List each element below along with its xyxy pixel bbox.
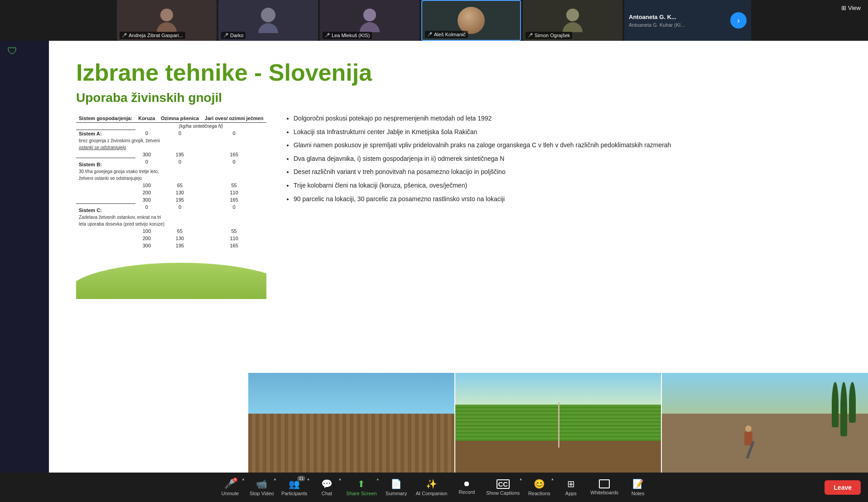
sistem-c-header: Sistem C: xyxy=(76,203,135,214)
ai-companion-button[interactable]: ✨ AI Companion xyxy=(412,473,451,502)
participant-name-darko: 🎤 Darko xyxy=(221,32,246,39)
share-screen-label: Share Screen xyxy=(346,491,376,496)
captions-label: Show Captions xyxy=(486,490,520,496)
mic-muted-icon: 🎤 xyxy=(427,32,432,37)
reactions-button[interactable]: 😊 ▲ Reactions xyxy=(523,473,555,502)
bullet-2: Lokaciji sta Infrastrukturni center Jabl… xyxy=(294,128,841,137)
unmute-label: Unmute xyxy=(222,491,239,496)
mic-muted-icon: 🎤 xyxy=(223,33,228,38)
captions-icon: CC xyxy=(497,479,510,489)
chat-icon: 💬 xyxy=(321,478,333,489)
captions-chevron[interactable]: ▲ xyxy=(519,477,522,481)
bullet-6: Trije kolobarni členi na lokaciji (koruz… xyxy=(294,181,841,190)
participant-thumb-andreja[interactable]: 🎤 Andreja Zibrat Gaspari... xyxy=(117,0,217,41)
person-silhouette xyxy=(258,8,278,33)
summary-button[interactable]: 📄 Summary xyxy=(381,473,412,502)
participant-name-antoaneta: Antoaneta G. K... xyxy=(629,14,685,20)
bullet-list: Dolgoročni poskusi potekajo po nespremen… xyxy=(285,114,841,203)
bullet-3: Glavni namen poskusov je spremljati vpli… xyxy=(294,141,841,150)
table-header-oves: Jari oves/ ozimni ječmen xyxy=(202,114,266,123)
leave-button[interactable]: Leave xyxy=(825,480,861,495)
record-icon: ⏺ xyxy=(463,480,470,488)
chat-chevron[interactable]: ▲ xyxy=(338,477,342,481)
apps-icon: ⊞ xyxy=(567,478,575,489)
bullet-7: 90 parcelic na lokaciji, 30 parcelic za … xyxy=(294,195,841,204)
mic-muted-icon: 🎤 xyxy=(528,33,533,38)
toolbar: 🎤 ✕ ▲ Unmute 📹 ▲ Stop Video 👥 21 ▲ Parti… xyxy=(0,473,868,502)
sistem-a-desc2: ostanki se odstranjujejo xyxy=(76,144,266,151)
slide-area: Izbrane tehnike - Slovenija Uporaba živi… xyxy=(49,41,868,473)
slide-bullets: Dolgoročni poskusi potekajo po nespremen… xyxy=(285,114,841,299)
reactions-chevron[interactable]: ▲ xyxy=(550,477,554,481)
share-screen-icon: ⬆ xyxy=(357,478,365,489)
slide-title: Izbrane tehnike - Slovenija xyxy=(76,59,841,86)
participant-name-lea: 🎤 Lea Mlekuš (KIS) xyxy=(323,32,372,39)
sistem-a-header: Sistem A: xyxy=(76,130,135,137)
participant-name-andreja: 🎤 Andreja Zibrat Gaspari... xyxy=(120,32,185,39)
participants-chevron[interactable]: ▲ xyxy=(306,477,310,481)
reactions-label: Reactions xyxy=(528,491,550,496)
person-silhouette xyxy=(360,9,380,32)
field-photos xyxy=(248,373,868,473)
record-label: Record xyxy=(459,489,475,495)
mic-slash-icon: ✕ xyxy=(234,478,236,482)
slide-table: Sistem gospodarjenja: Koruza Ozimna pšen… xyxy=(76,114,266,249)
unmute-chevron[interactable]: ▲ xyxy=(241,477,245,481)
participant-thumb-lea[interactable]: 🎤 Lea Mlekuš (KIS) xyxy=(320,0,420,41)
show-captions-button[interactable]: CC ▲ Show Captions xyxy=(482,473,523,502)
table-header-psenica: Ozimna pšenica xyxy=(158,114,202,123)
participant-thumb-ales[interactable]: 🎤 Aleš Kolmanič xyxy=(421,0,521,41)
apps-button[interactable]: ⊞ Apps xyxy=(555,473,587,502)
record-button[interactable]: ⏺ Record xyxy=(451,473,482,502)
ai-companion-label: AI Companion xyxy=(416,491,448,496)
sistem-c-desc: Zadelava žetvenih ostankov, enkrat na tr… xyxy=(76,214,266,221)
sistem-c-desc2: leta uporaba dosevka (pred setvijo koruz… xyxy=(76,221,266,227)
slide-subtitle: Uporaba živinskih gnojil xyxy=(76,91,841,105)
person-face xyxy=(458,7,485,34)
share-screen-button[interactable]: ⬆ ▲ Share Screen xyxy=(342,473,380,502)
stop-video-chevron[interactable]: ▲ xyxy=(273,477,277,481)
apps-label: Apps xyxy=(565,491,577,496)
sistem-a-desc: brez gnojenja z živinskimi gnojili, žetv… xyxy=(76,137,266,144)
participant-thumb-antoaneta[interactable]: Antoaneta G. K... Antoaneta G. Kuhar (KI… xyxy=(624,0,751,41)
participants-button[interactable]: 👥 21 ▲ Participants xyxy=(278,473,311,502)
person-silhouette xyxy=(157,9,177,32)
bullet-5: Deset različnih variant v treh ponovitva… xyxy=(294,168,841,177)
summary-label: Summary xyxy=(386,491,407,496)
bullet-4: Dva glavna dejavnika, i) sistem gospodar… xyxy=(294,154,841,164)
video-icon: 📹 xyxy=(256,478,267,489)
mic-muted-icon: 🎤 xyxy=(325,33,330,38)
participant-name-ales: 🎤 Aleš Kolmanič xyxy=(425,31,468,38)
slide-table-section: Sistem gospodarjenja: Koruza Ozimna pšen… xyxy=(76,114,266,299)
field-photo-2 xyxy=(455,373,662,473)
next-participant-button[interactable]: › xyxy=(730,12,747,29)
green-hill-decoration xyxy=(76,263,266,299)
stop-video-button[interactable]: 📹 ▲ Stop Video xyxy=(246,473,278,502)
ai-companion-icon: ✨ xyxy=(426,478,437,489)
participants-strip: 🎤 Andreja Zibrat Gaspari... 🎤 Darko 🎤 Le… xyxy=(0,0,868,41)
shield-icon: 🛡 xyxy=(7,45,17,57)
chat-button[interactable]: 💬 ▲ Chat xyxy=(311,473,342,502)
unmute-button[interactable]: 🎤 ✕ ▲ Unmute xyxy=(214,473,246,502)
sistem-b-desc: 30 t/ha govejega gnoja vsako tretje leto… xyxy=(76,168,266,175)
participant-thumb-simon[interactable]: 🎤 Simon Ograjšek xyxy=(523,0,622,41)
field-photo-3 xyxy=(662,373,868,473)
whiteboards-label: Whiteboards xyxy=(590,490,618,495)
stop-video-label: Stop Video xyxy=(250,491,274,496)
field-photo-1 xyxy=(248,373,455,473)
bullet-1: Dolgoročni poskusi potekajo po nespremen… xyxy=(294,114,841,123)
participant-thumb-darko[interactable]: 🎤 Darko xyxy=(218,0,318,41)
notes-label: Notes xyxy=(632,491,645,496)
slide-body: Sistem gospodarjenja: Koruza Ozimna pšen… xyxy=(76,114,841,299)
reactions-icon: 😊 xyxy=(534,478,545,489)
notes-button[interactable]: 📝 Notes xyxy=(622,473,654,502)
participants-count: 21 xyxy=(297,476,305,481)
table-header-koruza: Koruza xyxy=(135,114,158,123)
participant-name-simon: 🎤 Simon Ograjšek xyxy=(526,32,572,39)
mic-muted-icon: 🎤 xyxy=(122,33,127,38)
participant-fullname-antoaneta: Antoaneta G. Kuhar (KI... xyxy=(629,22,685,28)
whiteboards-button[interactable]: Whiteboards xyxy=(587,473,622,502)
share-screen-chevron[interactable]: ▲ xyxy=(376,477,380,481)
sistem-b-desc2: žetveni ostanki se odstranjujejo xyxy=(76,175,266,182)
table-header-sistem: Sistem gospodarjenja: xyxy=(76,114,135,123)
